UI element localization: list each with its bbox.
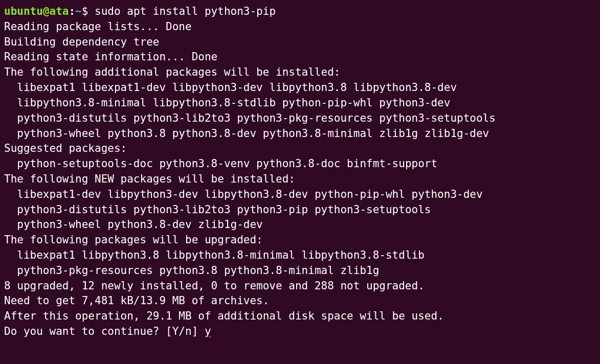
prompt-separator: : [69,5,75,17]
output-line: 8 upgraded, 12 newly installed, 0 to rem… [4,280,425,292]
output-line: The following packages will be upgraded: [4,234,263,246]
output-line: The following NEW packages will be insta… [4,173,295,185]
terminal-output[interactable]: ubuntu@ata:~$ sudo apt install python3-p… [4,4,596,339]
output-line: python-setuptools-doc python3.8-venv pyt… [4,157,437,170]
prompt-user: ubuntu@ata [4,5,69,17]
output-line: After this operation, 29.1 MB of additio… [4,310,444,322]
prompt-dollar: $ [82,5,95,17]
output-line: libexpat1-dev libpython3-dev libpython3.… [4,188,483,200]
user-input-response[interactable]: y [205,325,211,337]
output-line: Suggested packages: [4,142,127,154]
output-line: libpython3.8-minimal libpython3.8-stdlib… [4,97,450,109]
output-line: Building dependency tree [4,36,159,48]
output-line: python3-distutils python3-lib2to3 python… [4,203,431,216]
output-line: libexpat1 libpython3.8 libpython3.8-mini… [4,249,425,261]
output-line: Reading package lists... Done [4,20,192,33]
continue-prompt: Do you want to continue? [Y/n] [4,325,205,337]
output-line: Reading state information... Done [4,51,217,63]
output-line: Need to get 7,481 kB/13.9 MB of archives… [4,294,269,307]
prompt-path: ~ [75,5,82,17]
output-line: python3-distutils python3-lib2to3 python… [4,112,496,124]
output-line: libexpat1 libexpat1-dev libpython3-dev l… [4,81,457,94]
command-text: sudo apt install python3-pip [95,5,276,17]
output-line: python3-pkg-resources python3.8 python3.… [4,264,379,277]
output-line: The following additional packages will b… [4,66,340,78]
output-line: python3-wheel python3.8-dev zlib1g-dev [4,218,263,231]
output-line: python3-wheel python3.8 python3.8-dev py… [4,127,489,140]
